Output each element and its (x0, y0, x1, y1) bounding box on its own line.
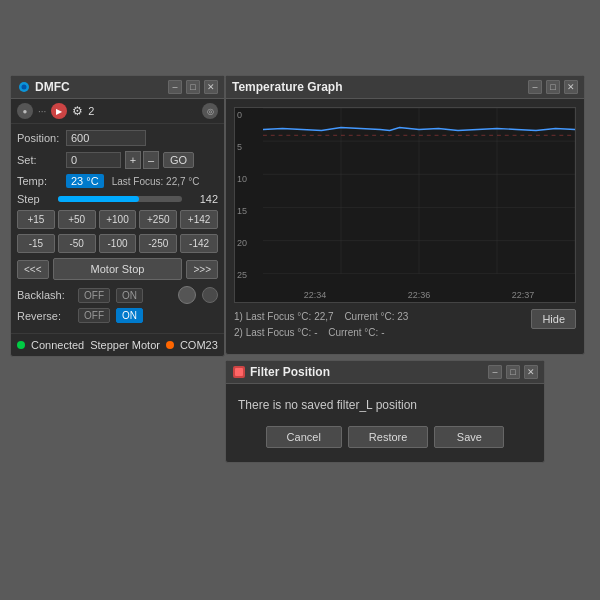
btn-plus15[interactable]: +15 (17, 210, 55, 229)
dmfc-title: DMFC (35, 80, 164, 94)
svg-rect-14 (235, 368, 243, 376)
toolbar-dots: ··· (38, 106, 46, 117)
y-label-5: 5 (237, 142, 247, 152)
toolbar-icon-1[interactable]: ● (17, 103, 33, 119)
btn-plus50[interactable]: +50 (58, 210, 96, 229)
nav-left-button[interactable]: <<< (17, 260, 49, 279)
position-row: Position: (17, 130, 218, 146)
temp-title: Temperature Graph (232, 80, 524, 94)
chart-x-labels: 22:34 22:36 22:37 (263, 290, 575, 300)
temp-label: Temp: (17, 175, 62, 187)
backlash-circle-icon-1[interactable] (178, 286, 196, 304)
chart-area: 25 20 15 10 5 0 (234, 107, 576, 303)
toolbar-icon-2[interactable]: ▶ (51, 103, 67, 119)
filter-position-window: Filter Position – □ ✕ There is no saved … (225, 360, 545, 463)
temp-info-line2: 2) Last Focus °C: - Current °C: - (234, 325, 523, 341)
backlash-icons (178, 286, 218, 304)
dmfc-window: DMFC – □ ✕ ● ··· ▶ ⚙ 2 ◎ Position: Set: … (10, 75, 225, 357)
gear-icon[interactable]: ⚙ (72, 104, 83, 118)
temp-footer: 1) Last Focus °C: 22,7 Current °C: 23 2)… (234, 309, 576, 341)
connected-indicator (17, 341, 25, 349)
filter-close-button[interactable]: ✕ (524, 365, 538, 379)
nav-right-button[interactable]: >>> (186, 260, 218, 279)
btn-minus250[interactable]: -250 (139, 234, 177, 253)
reverse-label: Reverse: (17, 310, 72, 322)
temp-last-focus-1-label: 1) Last Focus °C: 22,7 (234, 311, 334, 322)
step-row: Step 142 (17, 193, 218, 205)
btn-minus100[interactable]: -100 (99, 234, 137, 253)
step-slider-fill (58, 196, 139, 202)
reverse-row: Reverse: OFF ON (17, 308, 218, 323)
motor-row: <<< Motor Stop >>> (17, 258, 218, 280)
increment-buttons-row1: +15 +50 +100 +250 +142 (17, 210, 218, 229)
temperature-graph-window: Temperature Graph – □ ✕ 25 20 15 10 5 0 (225, 75, 585, 355)
chart-y-labels: 25 20 15 10 5 0 (237, 108, 247, 282)
reverse-off-button[interactable]: OFF (78, 308, 110, 323)
filter-buttons: Cancel Restore Save (238, 426, 532, 448)
filter-cancel-button[interactable]: Cancel (266, 426, 342, 448)
temp-close-button[interactable]: ✕ (564, 80, 578, 94)
filter-icon (232, 365, 246, 379)
temp-badge: 23 °C (66, 174, 104, 188)
toolbar-number: 2 (88, 105, 94, 117)
btn-plus100[interactable]: +100 (99, 210, 137, 229)
temp-row: Temp: 23 °C Last Focus: 22,7 °C (17, 174, 218, 188)
go-button[interactable]: GO (163, 152, 194, 168)
step-slider-track[interactable] (58, 196, 182, 202)
temp-last-focus-2-label: 2) Last Focus °C: - (234, 327, 317, 338)
temp-content: 25 20 15 10 5 0 (226, 99, 584, 349)
filter-maximize-button[interactable]: □ (506, 365, 520, 379)
backlash-row: Backlash: OFF ON (17, 286, 218, 304)
set-row: Set: + – GO (17, 151, 218, 169)
dmfc-minimize-button[interactable]: – (168, 80, 182, 94)
dmfc-close-button[interactable]: ✕ (204, 80, 218, 94)
filter-restore-button[interactable]: Restore (348, 426, 429, 448)
step-value: 142 (188, 193, 218, 205)
position-input[interactable] (66, 130, 146, 146)
y-label-10: 10 (237, 174, 247, 184)
btn-minus15[interactable]: -15 (17, 234, 55, 253)
temp-info-line1: 1) Last Focus °C: 22,7 Current °C: 23 (234, 309, 523, 325)
y-label-0: 0 (237, 110, 247, 120)
reverse-on-button[interactable]: ON (116, 308, 143, 323)
motor-stop-button[interactable]: Motor Stop (53, 258, 183, 280)
filter-message: There is no saved filter_L position (238, 398, 532, 412)
btn-plus250[interactable]: +250 (139, 210, 177, 229)
minus-button[interactable]: – (143, 151, 159, 169)
y-label-25: 25 (237, 270, 247, 280)
temp-current-2-label: Current °C: - (328, 327, 384, 338)
dmfc-content: Position: Set: + – GO Temp: 23 °C Last F… (11, 124, 224, 333)
hide-button[interactable]: Hide (531, 309, 576, 329)
y-label-20: 20 (237, 238, 247, 248)
btn-plus142[interactable]: +142 (180, 210, 218, 229)
backlash-on-button[interactable]: ON (116, 288, 143, 303)
btn-minus50[interactable]: -50 (58, 234, 96, 253)
stepper-label: Stepper Motor (90, 339, 160, 351)
filter-minimize-button[interactable]: – (488, 365, 502, 379)
set-label: Set: (17, 154, 62, 166)
filter-title-bar: Filter Position – □ ✕ (226, 361, 544, 384)
btn-minus142[interactable]: -142 (180, 234, 218, 253)
dmfc-status-bar: Connected Stepper Motor COM23 (11, 333, 224, 356)
backlash-off-button[interactable]: OFF (78, 288, 110, 303)
filter-content: There is no saved filter_L position Canc… (226, 384, 544, 462)
set-input[interactable] (66, 152, 121, 168)
temp-minimize-button[interactable]: – (528, 80, 542, 94)
step-label: Step (17, 193, 52, 205)
svg-point-1 (22, 85, 27, 90)
filter-save-button[interactable]: Save (434, 426, 504, 448)
x-label-2: 22:36 (408, 290, 431, 300)
filter-title: Filter Position (250, 365, 484, 379)
backlash-circle-icon-2[interactable] (202, 287, 218, 303)
temperature-chart-svg (263, 108, 575, 274)
dmfc-maximize-button[interactable]: □ (186, 80, 200, 94)
x-label-1: 22:34 (304, 290, 327, 300)
y-label-15: 15 (237, 206, 247, 216)
connected-label: Connected (31, 339, 84, 351)
temp-info: 1) Last Focus °C: 22,7 Current °C: 23 2)… (234, 309, 523, 341)
temp-maximize-button[interactable]: □ (546, 80, 560, 94)
dmfc-toolbar: ● ··· ▶ ⚙ 2 ◎ (11, 99, 224, 124)
increment-buttons-row2: -15 -50 -100 -250 -142 (17, 234, 218, 253)
plus-button[interactable]: + (125, 151, 141, 169)
toolbar-icon-3[interactable]: ◎ (202, 103, 218, 119)
